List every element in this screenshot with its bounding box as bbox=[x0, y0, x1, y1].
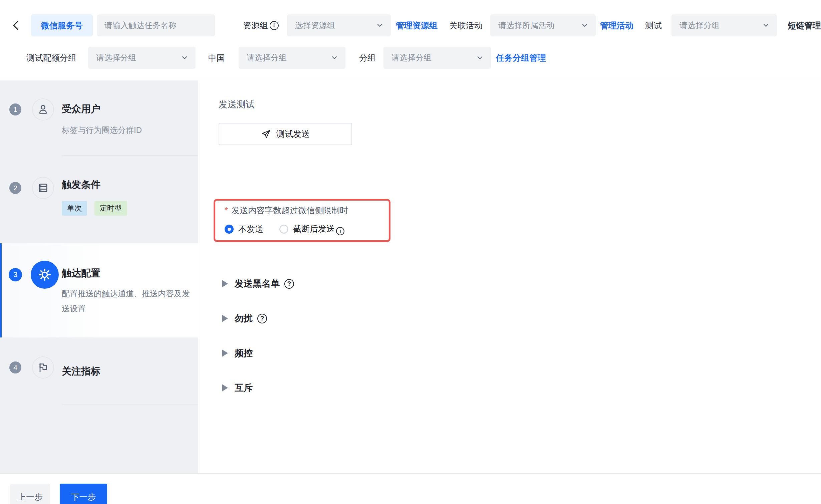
send-test-heading: 发送测试 bbox=[219, 80, 821, 110]
tag-single: 单次 bbox=[62, 201, 87, 216]
active-step-indicator bbox=[0, 243, 2, 337]
expand-triangle-icon bbox=[222, 315, 228, 322]
manage-activity-link[interactable]: 管理活动 bbox=[600, 20, 633, 31]
limit-setting-label: 发送内容字数超过微信侧限制时 bbox=[231, 206, 348, 215]
group-label: 分组 bbox=[359, 52, 376, 63]
section-do-not-disturb[interactable]: 勿扰 ? bbox=[219, 311, 821, 325]
paper-plane-icon bbox=[261, 129, 271, 139]
header-row-1: 微信服务号 资源组 ! 选择资源组 管理资源组 关联活动 请选择所属活动 bbox=[0, 13, 821, 37]
step-number-badge: 1 bbox=[9, 103, 21, 115]
expand-triangle-icon bbox=[222, 280, 228, 287]
section-mutual-exclusion[interactable]: 互斥 bbox=[219, 381, 821, 395]
step-reach-config-active[interactable]: 3 bbox=[0, 243, 198, 337]
test-label: 测试 bbox=[645, 20, 662, 31]
group-select[interactable]: 请选择分组 bbox=[383, 47, 491, 69]
previous-step-button[interactable]: 上一步 bbox=[10, 484, 50, 504]
section-blacklist[interactable]: 发送黑名单 ? bbox=[219, 277, 821, 291]
activity-select[interactable]: 请选择所属活动 bbox=[490, 14, 596, 36]
step-number-badge: 4 bbox=[9, 361, 21, 373]
header-row-2: 测试配额分组 请选择分组 中国 请选择分组 分组 请选 bbox=[0, 47, 546, 69]
channel-badge: 微信服务号 bbox=[31, 14, 93, 36]
test-group-select-placeholder: 请选择分组 bbox=[679, 20, 720, 31]
test-send-button[interactable]: 测试发送 bbox=[219, 123, 352, 145]
step-subtitle: 标签与行为圈选分群ID bbox=[62, 122, 190, 138]
activity-label: 关联活动 bbox=[449, 20, 483, 31]
chevron-left-icon bbox=[11, 19, 21, 32]
chevron-down-icon bbox=[331, 55, 337, 61]
chevron-down-icon bbox=[477, 55, 483, 61]
chevron-down-icon bbox=[763, 22, 769, 28]
step-audience[interactable]: 1 受众用户 标签与行为圈选分群ID bbox=[0, 80, 198, 156]
back-button[interactable] bbox=[9, 19, 22, 32]
manage-resource-group-link[interactable]: 管理资源组 bbox=[396, 20, 438, 31]
test-quota-group-label: 测试配额分组 bbox=[26, 52, 76, 63]
quota-select-placeholder: 请选择分组 bbox=[96, 52, 136, 63]
warning-icon[interactable]: ! bbox=[270, 21, 279, 30]
collapsed-sections: 发送黑名单 ? 勿扰 ? 频控 互斥 bbox=[219, 277, 821, 395]
tag-scheduled: 定时型 bbox=[94, 201, 127, 216]
task-name-input[interactable] bbox=[97, 14, 215, 36]
steps-sidebar: 1 受众用户 标签与行为圈选分群ID 2 bbox=[0, 80, 198, 473]
region-select-placeholder: 请选择分组 bbox=[247, 52, 287, 63]
help-icon[interactable]: ? bbox=[284, 279, 294, 289]
radio-truncate-send[interactable] bbox=[279, 225, 288, 234]
footer-bar: 上一步 下一步 bbox=[0, 473, 821, 504]
step-subtitle: 配置推送的触达通道、推送内容及发送设置 bbox=[62, 286, 190, 316]
expand-triangle-icon bbox=[222, 349, 228, 357]
chevron-down-icon bbox=[582, 22, 588, 28]
expand-triangle-icon bbox=[222, 384, 228, 392]
step-trigger[interactable]: 2 触发条件 单次 定时型 bbox=[0, 156, 198, 243]
required-asterisk: * bbox=[225, 205, 228, 215]
task-group-manage-link[interactable]: 任务分组管理 bbox=[496, 52, 546, 63]
limit-setting-highlight-box: *发送内容字数超过微信侧限制时 不发送 截断后发送i bbox=[214, 199, 390, 242]
group-select-placeholder: 请选择分组 bbox=[391, 52, 432, 63]
step-number-badge: 2 bbox=[9, 182, 21, 194]
step-metrics[interactable]: 4 关注指标 bbox=[0, 337, 198, 405]
work-area: 1 受众用户 标签与行为圈选分群ID 2 bbox=[0, 80, 821, 473]
limit-setting-options: 不发送 截断后发送i bbox=[225, 223, 389, 235]
test-group-select[interactable]: 请选择分组 bbox=[671, 14, 777, 36]
chevron-down-icon bbox=[182, 55, 188, 61]
short-link-manage-label[interactable]: 短链管理 bbox=[788, 20, 821, 31]
app-window: 微信服务号 资源组 ! 选择资源组 管理资源组 关联活动 请选择所属活动 bbox=[0, 0, 821, 504]
gear-icon bbox=[37, 267, 52, 282]
radio-no-send-label: 不发送 bbox=[238, 224, 263, 235]
resource-group-label: 资源组 ! bbox=[243, 20, 279, 31]
help-icon[interactable]: ? bbox=[257, 314, 267, 323]
step-title: 触发条件 bbox=[62, 178, 100, 192]
next-step-button[interactable]: 下一步 bbox=[60, 484, 107, 504]
header: 微信服务号 资源组 ! 选择资源组 管理资源组 关联活动 请选择所属活动 bbox=[0, 0, 821, 80]
test-send-button-label: 测试发送 bbox=[276, 129, 310, 140]
step-title: 关注指标 bbox=[62, 365, 100, 378]
flag-icon bbox=[37, 361, 49, 373]
user-icon bbox=[37, 103, 49, 115]
resource-group-select[interactable]: 选择资源组 bbox=[287, 14, 391, 36]
resource-group-select-placeholder: 选择资源组 bbox=[295, 20, 335, 31]
radio-truncate-send-label: 截断后发送i bbox=[293, 223, 344, 235]
activity-select-placeholder: 请选择所属活动 bbox=[498, 20, 554, 31]
region-label: 中国 bbox=[208, 52, 225, 63]
region-group-select[interactable]: 请选择分组 bbox=[239, 47, 345, 69]
step-number-badge: 3 bbox=[9, 268, 22, 281]
chevron-down-icon bbox=[377, 22, 383, 28]
server-list-icon bbox=[37, 182, 49, 194]
main-panel: 发送测试 测试发送 *发送内容字数超过微信侧限制时 不发送 截断后发送i bbox=[198, 80, 821, 473]
step-divider bbox=[62, 405, 198, 405]
test-quota-group-select[interactable]: 请选择分组 bbox=[88, 47, 196, 69]
limit-setting-label-row: *发送内容字数超过微信侧限制时 bbox=[225, 205, 389, 216]
section-frequency-control[interactable]: 频控 bbox=[219, 346, 821, 360]
step-title: 受众用户 bbox=[62, 102, 100, 116]
step-title: 触达配置 bbox=[62, 267, 100, 280]
channel-badge-label: 微信服务号 bbox=[41, 20, 83, 31]
radio-no-send-selected[interactable] bbox=[225, 225, 234, 234]
info-icon[interactable]: i bbox=[336, 227, 344, 235]
